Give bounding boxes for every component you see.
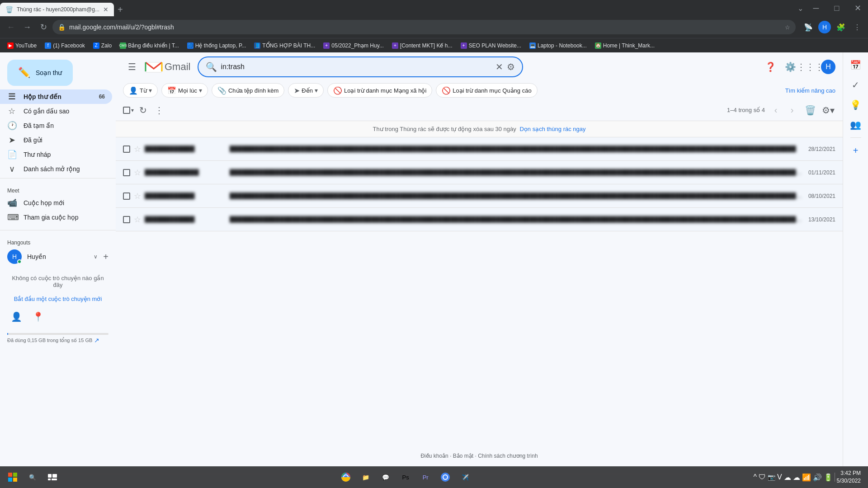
- refresh-button[interactable]: ↻: [136, 103, 150, 117]
- bookmark-tonghop[interactable]: 📘 TỔNG HỢP BÀI TH...: [250, 40, 319, 51]
- apps-button[interactable]: ⋮⋮⋮: [801, 58, 819, 76]
- bookmark-seo[interactable]: + SEO PLAN Website...: [457, 40, 525, 51]
- sidebar-item-new-meeting[interactable]: 📹 Cuộc họp mới: [0, 196, 112, 210]
- hamburger-menu-button[interactable]: ☰: [123, 58, 141, 76]
- taskbar-telegram[interactable]: ✈️: [456, 468, 474, 486]
- profile-menu[interactable]: H: [817, 20, 832, 34]
- new-tab-button[interactable]: +: [114, 5, 127, 15]
- bookmark-laptop2[interactable]: 💻 Laptop - Notebook...: [526, 40, 590, 51]
- email-star-1[interactable]: ☆: [134, 144, 141, 154]
- contacts-icon-button[interactable]: 👤: [7, 308, 25, 326]
- filter-from[interactable]: 👤 Từ ▾: [123, 83, 158, 98]
- tray-camera[interactable]: 📷: [768, 474, 775, 481]
- email-row[interactable]: ☆ █████████████ ████████████████████████…: [116, 161, 843, 184]
- maximize-button[interactable]: □: [826, 0, 847, 16]
- tray-greenapp[interactable]: V: [777, 473, 782, 481]
- sidebar-item-expand[interactable]: ∨ Danh sách mở rộng: [0, 162, 112, 176]
- keep-panel-button[interactable]: 💡: [847, 96, 865, 114]
- tray-cloud[interactable]: ☁: [784, 473, 791, 482]
- search-taskbar-button[interactable]: 🔍: [24, 468, 42, 486]
- user-avatar[interactable]: H: [821, 60, 835, 74]
- bookmark-icon[interactable]: ☆: [785, 24, 790, 31]
- reload-button[interactable]: ↻: [36, 20, 51, 34]
- filter-time[interactable]: 📅 Mọi lúc ▾: [161, 83, 208, 98]
- taskbar-filemanager[interactable]: 📁: [357, 468, 375, 486]
- bookmark-laptop[interactable]: 🔵 Hệ thống Laptop, P...: [184, 40, 250, 51]
- sidebar-item-starred[interactable]: ☆ Có gắn dấu sao: [0, 104, 112, 118]
- bookmark-youtube[interactable]: ▶ YouTube: [4, 40, 40, 51]
- sidebar-item-snoozed[interactable]: 🕐 Đã tạm ẩn: [0, 118, 112, 133]
- terms-link[interactable]: Điều khoản: [420, 453, 448, 459]
- filter-to[interactable]: ➤ Đến ▾: [288, 83, 324, 98]
- advanced-search-link[interactable]: Tìm kiếm nâng cao: [785, 87, 835, 94]
- active-tab[interactable]: 🗑️ Thùng rác - huyen2000pham@g... ✕: [0, 3, 114, 16]
- search-input[interactable]: [221, 63, 492, 71]
- close-window-button[interactable]: ✕: [847, 0, 868, 16]
- sidebar-item-sent[interactable]: ➤ Đã gửi: [0, 133, 112, 147]
- settings-list-button[interactable]: ⚙▾: [821, 103, 835, 117]
- email-star-3[interactable]: ☆: [134, 191, 141, 201]
- prev-page-button[interactable]: ‹: [769, 103, 783, 117]
- email-checkbox-1[interactable]: [123, 145, 130, 153]
- calendar-panel-button[interactable]: 📅: [847, 56, 865, 74]
- privacy-link[interactable]: Bảo mật: [453, 453, 473, 459]
- bookmark-content[interactable]: + [Content MKT] Kế h...: [388, 40, 456, 51]
- more-options-button[interactable]: ⋮: [152, 103, 166, 117]
- clean-trash-link[interactable]: Dọn sạch thùng rác ngay: [519, 126, 585, 132]
- select-all-arrow[interactable]: ▾: [131, 107, 134, 113]
- bookmark-zalo[interactable]: Z Zalo: [90, 40, 115, 51]
- more-menu[interactable]: ⋮: [850, 20, 864, 34]
- email-row[interactable]: ☆ ████████████ █████████████████████████…: [116, 184, 843, 208]
- start-button[interactable]: [4, 468, 22, 486]
- search-clear-button[interactable]: ✕: [495, 61, 503, 72]
- forward-button[interactable]: →: [20, 20, 34, 34]
- bookmark-cms[interactable]: CMS Bảng điều khiển | T...: [116, 40, 183, 51]
- delete-button[interactable]: 🗑️: [803, 103, 817, 117]
- email-star-2[interactable]: ☆: [134, 168, 141, 178]
- tray-battery[interactable]: 🔋: [824, 473, 833, 482]
- tray-volume[interactable]: 🔊: [813, 473, 822, 482]
- add-hangout-button[interactable]: +: [103, 252, 108, 262]
- sidebar-item-drafts[interactable]: 📄 Thư nháp: [0, 147, 112, 162]
- storage-external-link[interactable]: ↗: [94, 337, 99, 344]
- location-icon-button[interactable]: 📍: [29, 308, 47, 326]
- tasks-panel-button[interactable]: ✓: [847, 76, 865, 94]
- close-tab-button[interactable]: ✕: [103, 6, 108, 13]
- filter-attachment[interactable]: 📎 Chứa tệp đính kèm: [212, 83, 284, 98]
- tray-antivirus[interactable]: 🛡: [759, 473, 766, 481]
- next-page-button[interactable]: ›: [785, 103, 799, 117]
- tray-expand[interactable]: ^: [753, 473, 757, 481]
- sidebar-item-inbox[interactable]: ☰ Hộp thư đến 66: [0, 89, 112, 104]
- email-row[interactable]: ☆ ████████████ █████████████████████████…: [116, 137, 843, 161]
- select-all-checkbox[interactable]: [123, 107, 130, 114]
- contacts-panel-button[interactable]: 👥: [847, 116, 865, 134]
- url-bar[interactable]: 🔒 mail.google.com/mail/u/2/?ogbl#trash ☆: [52, 20, 796, 34]
- cast-button[interactable]: 📡: [801, 20, 816, 34]
- bookmark-05[interactable]: + 05/2022_Phạm Huy...: [320, 40, 387, 51]
- tray-clock[interactable]: 3:42 PM 5/30/2022: [837, 469, 861, 485]
- tab-menu-button[interactable]: ⌄: [795, 3, 806, 14]
- hangout-user[interactable]: H Huyền ∨ +: [0, 248, 116, 266]
- taskbar-chrome[interactable]: [337, 468, 355, 486]
- add-panel-button[interactable]: +: [847, 141, 865, 160]
- email-row[interactable]: ☆ ████████████ █████████████████████████…: [116, 208, 843, 231]
- help-button[interactable]: ❓: [761, 58, 779, 76]
- taskbar-photoshop[interactable]: Ps: [396, 468, 415, 486]
- bookmark-facebook[interactable]: f (1) Facebook: [41, 40, 89, 51]
- select-all-wrapper[interactable]: ▾: [123, 107, 134, 114]
- email-checkbox-3[interactable]: [123, 192, 130, 200]
- compose-button[interactable]: ✏️ Soạn thư: [7, 60, 73, 86]
- filter-exclude-promo[interactable]: 🚫 Loại trừ danh mục Quảng cáo: [436, 83, 537, 98]
- tray-wifi[interactable]: 📶: [802, 473, 811, 482]
- bookmark-home[interactable]: 🏠 Home | Think_Mark...: [591, 40, 658, 51]
- minimize-button[interactable]: ─: [806, 0, 826, 16]
- taskbar-teams[interactable]: 💬: [377, 468, 395, 486]
- email-checkbox-4[interactable]: [123, 216, 130, 223]
- taskbar-premiere[interactable]: Pr: [416, 468, 434, 486]
- taskbar-chrome2[interactable]: [436, 468, 454, 486]
- email-checkbox-2[interactable]: [123, 169, 130, 176]
- email-star-4[interactable]: ☆: [134, 215, 141, 225]
- taskview-button[interactable]: [43, 468, 61, 486]
- search-bar[interactable]: 🔍 ✕ ⚙: [198, 56, 523, 77]
- search-options-button[interactable]: ⚙: [507, 61, 515, 72]
